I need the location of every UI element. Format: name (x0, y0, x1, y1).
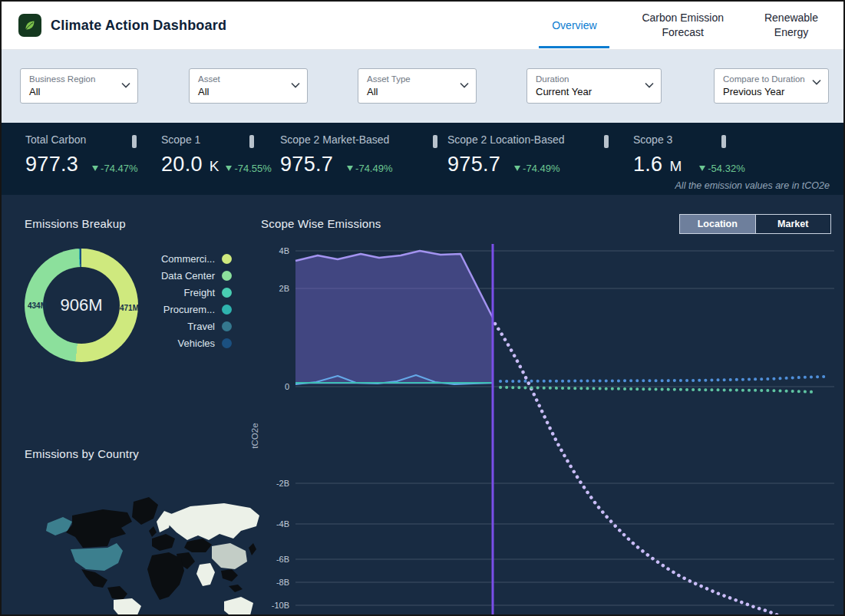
y-axis-tick: 4B (279, 246, 289, 255)
kpi-value: 977.3 (25, 153, 78, 176)
kpi-delta: -74.55% (234, 163, 271, 174)
map-region-south-america-north[interactable] (107, 586, 127, 600)
tab-renewable-label-line2: Energy (774, 25, 808, 40)
tab-carbon-emission-forecast[interactable]: Carbon Emission Forecast (635, 2, 730, 50)
map-region-china[interactable] (212, 543, 247, 569)
legend-color-dot (222, 271, 232, 281)
legend-label: Travel (187, 321, 215, 332)
legend-label: Vehicles (178, 338, 215, 349)
down-arrow-icon (226, 166, 232, 171)
emissions-breakup-donut-chart[interactable]: 906M 434M 471M (25, 249, 138, 362)
climate-action-dashboard: Climate Action Dashboard Overview Carbon… (0, 0, 845, 616)
tab-forecast-label-line1: Carbon Emission (642, 11, 724, 25)
donut-segment-label-right: 471M (120, 304, 139, 312)
series-scope-3-forecast[interactable] (495, 324, 778, 615)
down-arrow-icon (699, 166, 705, 171)
filter-asset-type[interactable]: Asset Type All (358, 68, 477, 104)
kpi-label: Total Carbon (25, 133, 138, 146)
y-axis-tick: -2B (276, 479, 289, 488)
kpi-value-suffix: M (669, 158, 682, 175)
filter-label: Duration (536, 74, 639, 85)
filter-bar: Business Region All Asset All Asset Type… (2, 50, 843, 123)
top-bar: Climate Action Dashboard Overview Carbon… (2, 2, 843, 50)
series-scope-2-forecast[interactable] (500, 387, 815, 392)
kpi-label: Scope 3 (633, 133, 745, 146)
kpi-scope-3: Scope 3 1.6M-54.32% (633, 133, 745, 176)
tab-forecast-label-line2: Forecast (662, 25, 703, 40)
map-region-russia[interactable] (167, 503, 259, 540)
donut-segment-label-left: 434M (28, 301, 47, 310)
chevron-down-icon (291, 82, 300, 88)
kpi-value: 1.6 (633, 153, 662, 176)
map-region-australia[interactable] (224, 597, 253, 616)
map-region-brazil[interactable] (114, 598, 141, 616)
filter-label: Asset Type (367, 74, 454, 85)
legend-color-dot (222, 338, 232, 348)
map-region-indonesia[interactable] (229, 585, 243, 592)
filter-value: All (367, 85, 454, 98)
down-arrow-icon (347, 166, 353, 171)
kpi-delta: -74.49% (355, 163, 392, 174)
y-axis-label: tCO2e (250, 413, 259, 459)
kpi-divider (721, 135, 726, 148)
leaf-logo-icon (18, 14, 41, 37)
map-region-africa[interactable] (147, 552, 184, 600)
map-region-southeast-asia[interactable] (221, 569, 238, 581)
filter-duration[interactable]: Duration Current Year (526, 68, 662, 104)
legend-color-dot (222, 321, 232, 331)
filter-value: All (198, 85, 286, 98)
kpi-value-suffix: K (210, 158, 220, 175)
legend-color-dot (222, 254, 232, 264)
filter-value: All (29, 85, 116, 98)
legend-label: Freight (184, 287, 215, 298)
scope-3-area-fill (295, 251, 493, 384)
emissions-by-country-map[interactable] (37, 488, 261, 616)
down-arrow-icon (92, 166, 98, 171)
map-region-greenland[interactable] (132, 497, 158, 525)
filter-business-region[interactable]: Business Region All (20, 68, 138, 104)
filter-compare-to-duration[interactable]: Compare to Duration Previous Year (714, 68, 829, 104)
map-region-mexico[interactable] (81, 569, 107, 588)
series-scope-1-forecast[interactable] (500, 377, 824, 381)
filter-label: Asset (198, 74, 286, 85)
kpi-label: Scope 2 Market-Based (280, 133, 393, 146)
down-arrow-icon (514, 166, 520, 171)
legend-label: Commerci... (161, 253, 215, 265)
tab-overview-label: Overview (552, 18, 596, 33)
scope-wise-emissions-chart[interactable]: 4B2B0-2B-4B-6B-8B-10B (255, 201, 845, 616)
filter-asset[interactable]: Asset All (189, 68, 308, 104)
map-region-europe[interactable] (152, 534, 175, 551)
kpi-delta: -74.49% (523, 163, 559, 174)
tab-renewable-label-line1: Renewable (764, 11, 818, 25)
chevron-down-icon (460, 82, 469, 88)
page-title: Climate Action Dashboard (51, 18, 226, 34)
y-axis-tick: 2B (279, 284, 289, 293)
legend-label: Data Center (161, 270, 215, 282)
kpi-value: 975.7 (280, 153, 333, 176)
chevron-down-icon (121, 82, 130, 88)
map-region-usa[interactable] (71, 543, 123, 571)
kpi-units-note: All the emission values are in tCO2e (675, 180, 830, 191)
emissions-by-country-title: Emissions by Country (25, 447, 139, 460)
filter-label: Business Region (29, 74, 116, 85)
brand: Climate Action Dashboard (18, 14, 226, 37)
chevron-down-icon (645, 82, 654, 88)
tab-renewable-energy[interactable]: Renewable Energy (756, 2, 827, 50)
legend-color-dot (222, 305, 232, 315)
kpi-divider (433, 135, 437, 148)
kpi-scope-2-location: Scope 2 Location-Based 975.7-74.49% (447, 133, 565, 176)
kpi-scope-1: Scope 1 20.0K-74.55% (161, 133, 272, 176)
kpi-value: 20.0 (161, 153, 203, 176)
map-region-kazakhstan[interactable] (184, 539, 212, 552)
map-region-uk[interactable] (149, 526, 157, 537)
tab-overview[interactable]: Overview (539, 2, 609, 50)
map-region-india[interactable] (196, 563, 215, 586)
kpi-divider (132, 135, 137, 148)
map-region-japan[interactable] (249, 543, 256, 555)
legend-color-dot (222, 288, 232, 298)
filter-value: Previous Year (723, 85, 807, 98)
map-region-canada[interactable] (66, 509, 132, 548)
filter-value: Current Year (536, 85, 639, 98)
legend-label: Procurem... (163, 304, 215, 315)
emissions-breakup-title: Emissions Breakup (25, 217, 126, 230)
